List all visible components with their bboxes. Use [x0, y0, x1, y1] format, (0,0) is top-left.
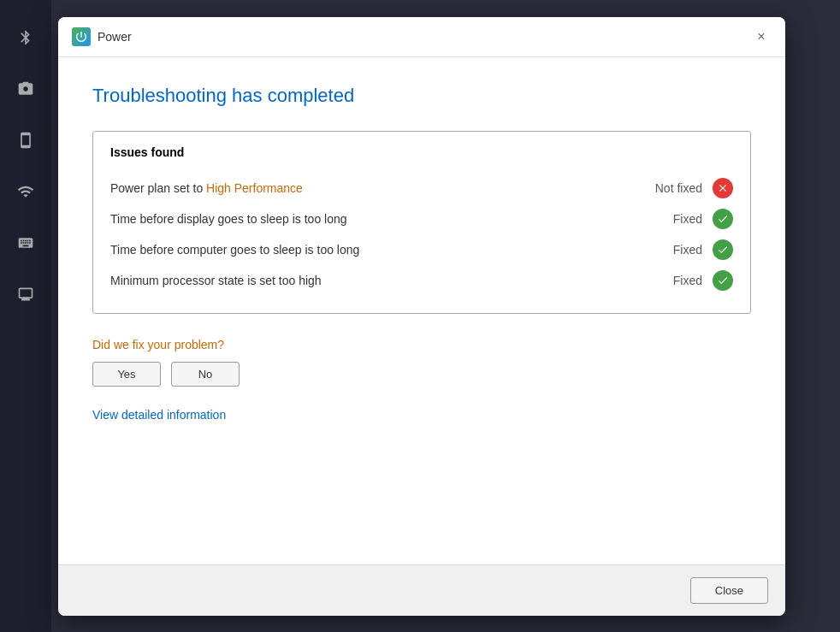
troubleshoot-dialog: Power × Troubleshooting has completed Is…: [58, 17, 785, 616]
issues-box: Issues found Power plan set to High Perf…: [92, 131, 751, 314]
issue-3-status-text: Fixed: [673, 243, 702, 257]
issue-1-status-text: Not fixed: [655, 181, 702, 195]
issue-1-highlight: High Performance: [206, 181, 303, 195]
issue-3-status-area: Fixed: [596, 239, 733, 260]
issues-box-title: Issues found: [110, 145, 733, 159]
dialog-title: Power: [98, 30, 132, 44]
issue-row-2: Time before display goes to sleep is too…: [110, 204, 733, 234]
issue-2-description: Time before display goes to sleep is too…: [110, 212, 596, 226]
no-button[interactable]: No: [171, 362, 240, 387]
issue-1-description: Power plan set to High Performance: [110, 181, 596, 195]
yes-button[interactable]: Yes: [92, 362, 161, 387]
fix-question-section: Did we fix your problem? Yes No: [92, 338, 751, 387]
dialog-footer: Close: [58, 564, 785, 616]
sidebar: [0, 0, 51, 632]
fix-question-text: Did we fix your problem?: [92, 338, 751, 351]
issue-2-text-normal: Time before display goes to sleep is too…: [110, 212, 347, 226]
issue-4-description: Minimum processor state is set too high: [110, 274, 596, 287]
issue-row-3: Time before computer goes to sleep is to…: [110, 234, 733, 265]
issue-2-status-icon: [713, 209, 733, 229]
close-button[interactable]: Close: [690, 577, 768, 604]
fix-buttons: Yes No: [92, 362, 751, 387]
issue-1-text-normal: Power plan set to: [110, 181, 206, 195]
issue-2-status-area: Fixed: [596, 209, 733, 229]
issue-4-status-area: Fixed: [596, 270, 733, 291]
dialog-titlebar: Power ×: [58, 17, 785, 57]
dialog-close-button[interactable]: ×: [749, 25, 773, 49]
issue-3-status-icon: [713, 239, 733, 260]
keyboard-icon: [14, 231, 38, 255]
dialog-body: Troubleshooting has completed Issues fou…: [58, 57, 785, 564]
monitor-icon: [14, 282, 38, 306]
issue-2-status-text: Fixed: [673, 212, 702, 226]
view-details-link[interactable]: View detailed information: [92, 408, 226, 422]
issue-1-status-area: Not fixed: [596, 178, 733, 198]
issue-row-1: Power plan set to High Performance Not f…: [110, 173, 733, 204]
bluetooth-icon: [14, 26, 38, 50]
issue-4-status-text: Fixed: [673, 274, 702, 287]
issue-3-description: Time before computer goes to sleep is to…: [110, 243, 596, 257]
issue-3-text-normal: Time before computer goes to sleep is to…: [110, 243, 359, 257]
power-icon: [72, 27, 91, 46]
issue-1-status-icon: [713, 178, 733, 198]
dialog-heading: Troubleshooting has completed: [92, 85, 751, 107]
issue-4-text-normal: Minimum processor state is set too high: [110, 274, 322, 287]
wifi-icon: [14, 180, 38, 204]
camera-icon: [14, 77, 38, 101]
issue-4-status-icon: [713, 270, 733, 291]
mobile-icon: [14, 128, 38, 152]
issue-row-4: Minimum processor state is set too high …: [110, 265, 733, 296]
